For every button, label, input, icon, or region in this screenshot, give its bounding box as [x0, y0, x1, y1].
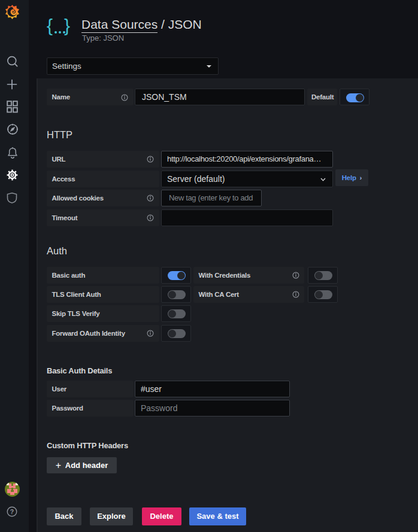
svg-text:?: ? [10, 508, 14, 515]
